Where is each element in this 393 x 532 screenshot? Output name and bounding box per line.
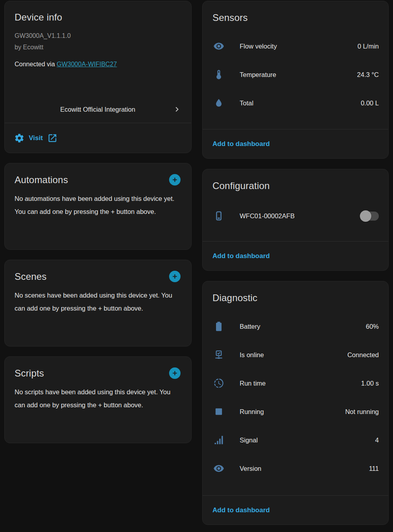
scripts-title-row: Scripts	[15, 367, 181, 379]
diagnostic-row-run-time[interactable]: Run time 1.00 s	[203, 369, 388, 397]
connected-via-link[interactable]: GW3000A-WIFIBC27	[57, 61, 117, 67]
diagnostic-label: Run time	[240, 380, 266, 387]
add-to-dashboard-link[interactable]: Add to dashboard	[212, 140, 270, 148]
online-monitor-icon	[213, 349, 224, 360]
diagnostic-title: Diagnostic	[212, 292, 257, 303]
sensor-value: 0.00 L	[361, 99, 379, 107]
diagnostic-row-version[interactable]: Version 111	[203, 454, 388, 483]
gear-icon	[14, 133, 24, 143]
sensor-label: Total	[240, 99, 253, 107]
toggle-switch[interactable]	[360, 210, 379, 222]
configuration-label: WFC01-00002AFB	[240, 212, 294, 220]
open-in-new-icon	[47, 133, 58, 143]
automations-empty-text: No automations have been added using thi…	[15, 192, 181, 218]
device-info-title: Device info	[15, 12, 182, 23]
eye-icon	[213, 41, 224, 52]
sensors-rows: Flow velocity 0 L/min Temperature 24.3 °…	[203, 32, 388, 117]
diagnostic-label: Battery	[240, 323, 260, 330]
sensors-footer-divider: Add to dashboard	[203, 129, 388, 158]
diagnostic-row-battery[interactable]: Battery 60%	[203, 312, 388, 341]
add-to-dashboard-link[interactable]: Add to dashboard	[212, 252, 270, 260]
diagnostic-value: 111	[369, 465, 379, 472]
progress-clock-icon	[213, 378, 224, 389]
diagnostic-value: Connected	[347, 351, 379, 359]
diagnostic-value: 1.00 s	[361, 380, 379, 387]
sensor-value: 24.3 °C	[357, 71, 379, 79]
square-icon	[213, 406, 224, 417]
plus-icon	[171, 176, 178, 183]
automations-title-row: Automations	[15, 174, 181, 185]
sensors-head: Sensors	[203, 1, 388, 23]
diagnostic-label: Is online	[240, 351, 264, 359]
configuration-title: Configuration	[212, 180, 270, 191]
toggle-knob	[360, 210, 371, 222]
diagnostic-row-running[interactable]: Running Not running	[203, 397, 388, 426]
battery-icon	[213, 321, 224, 332]
connected-via-line: Connected via GW3000A-WIFIBC27	[15, 61, 182, 68]
device-info-card: Device info GW3000A_V1.1.1.0 by Ecowitt …	[4, 1, 192, 153]
integration-name: Ecowitt Official Integration	[15, 106, 172, 113]
diagnostic-footer-divider: Add to dashboard	[203, 495, 388, 525]
sensors-title: Sensors	[212, 12, 248, 23]
scenes-card: Scenes No scenes have been added using t…	[4, 260, 192, 347]
scenes-title-row: Scenes	[15, 271, 181, 282]
sensor-value: 0 L/min	[358, 43, 379, 50]
scripts-body: Scripts No scripts have been added using…	[5, 357, 191, 422]
diagnostic-value: Not running	[345, 408, 379, 416]
device-model: GW3000A_V1.1.1.0	[15, 32, 182, 40]
diagnostic-row-signal[interactable]: Signal 4	[203, 426, 388, 454]
sensor-label: Flow velocity	[240, 43, 277, 50]
integration-row[interactable]: Ecowitt Official Integration	[15, 101, 182, 116]
scenes-title: Scenes	[15, 271, 47, 282]
diagnostic-label: Version	[240, 465, 261, 472]
visit-label: Visit	[29, 134, 43, 142]
water-drop-icon	[213, 97, 224, 109]
sensors-card: Sensors Flow velocity 0 L/min Temperatur…	[202, 1, 389, 159]
device-page: Device info GW3000A_V1.1.1.0 by Ecowitt …	[0, 0, 393, 532]
visit-button[interactable]: Visit	[5, 123, 191, 153]
scripts-empty-text: No scripts have been added using this de…	[15, 386, 181, 412]
sensor-row-flow-velocity[interactable]: Flow velocity 0 L/min	[203, 32, 388, 60]
scripts-title: Scripts	[15, 368, 44, 379]
signal-bars-icon	[213, 435, 224, 446]
configuration-head: Configuration	[203, 169, 388, 191]
diagnostic-value: 4	[375, 436, 379, 444]
device-info-body: Device info GW3000A_V1.1.1.0 by Ecowitt …	[5, 1, 191, 123]
sensor-label: Temperature	[240, 71, 276, 79]
configuration-footer-divider: Add to dashboard	[203, 241, 388, 270]
sensor-row-total[interactable]: Total 0.00 L	[203, 89, 388, 117]
scripts-card: Scripts No scripts have been added using…	[4, 356, 192, 443]
configuration-footer: Add to dashboard	[203, 242, 388, 270]
thermometer-icon	[213, 69, 224, 80]
scenes-empty-text: No scenes have been added using this dev…	[15, 289, 181, 315]
right-column: Sensors Flow velocity 0 L/min Temperatur…	[202, 1, 389, 531]
configuration-row-wfc01: WFC01-00002AFB	[203, 200, 388, 232]
sensors-footer: Add to dashboard	[203, 129, 388, 158]
diagnostic-head: Diagnostic	[203, 281, 388, 303]
device-footer-divider: Visit	[5, 123, 191, 153]
automations-card: Automations No automations have been add…	[4, 163, 192, 250]
automations-body: Automations No automations have been add…	[5, 163, 191, 229]
chevron-right-icon	[172, 105, 182, 114]
diagnostic-row-is-online[interactable]: Is online Connected	[203, 341, 388, 369]
diagnostic-label: Signal	[240, 436, 258, 444]
sensor-row-temperature[interactable]: Temperature 24.3 °C	[203, 60, 388, 89]
configuration-card: Configuration WFC01-00002AFB Add to dash…	[202, 169, 389, 271]
scenes-body: Scenes No scenes have been added using t…	[5, 260, 191, 325]
plus-icon	[171, 370, 178, 377]
add-script-button[interactable]	[169, 367, 181, 379]
device-manufacturer: by Ecowitt	[15, 43, 182, 51]
add-to-dashboard-link[interactable]: Add to dashboard	[212, 506, 270, 514]
add-scene-button[interactable]	[169, 271, 181, 282]
diagnostic-rows: Battery 60% Is online Connected Run time…	[203, 312, 388, 483]
diagnostic-footer: Add to dashboard	[203, 496, 388, 525]
plus-icon	[171, 273, 178, 280]
configuration-rows: WFC01-00002AFB	[203, 200, 388, 232]
connected-via-label: Connected via	[15, 61, 57, 67]
diagnostic-card: Diagnostic Battery 60% Is online Connect…	[202, 281, 389, 525]
left-column: Device info GW3000A_V1.1.1.0 by Ecowitt …	[4, 1, 192, 531]
add-automation-button[interactable]	[169, 174, 181, 185]
automations-title: Automations	[15, 174, 68, 185]
diagnostic-value: 60%	[366, 323, 379, 330]
diagnostic-label: Running	[240, 408, 264, 416]
